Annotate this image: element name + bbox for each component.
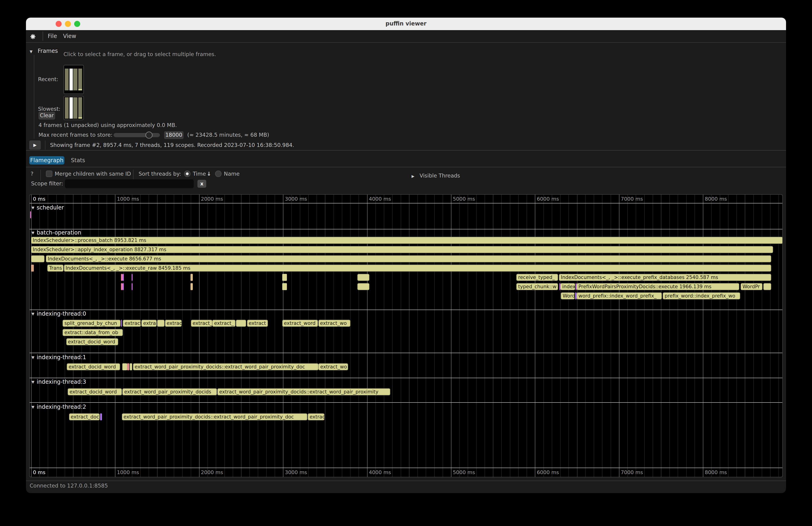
- sort-direction-arrow-icon[interactable]: ↓: [207, 171, 211, 177]
- thread-group-header[interactable]: ▼scheduler: [31, 204, 64, 210]
- thread-group-header[interactable]: ▼indexing-thread:1: [31, 354, 86, 360]
- scope-bar[interactable]: extrac: [165, 320, 182, 327]
- scope-bar[interactable]: [122, 283, 124, 290]
- scope-bar[interactable]: extract_wo: [318, 320, 350, 327]
- scope-bar[interactable]: extract: [123, 320, 141, 327]
- frame-stripe[interactable]: [73, 97, 77, 119]
- scope-bar[interactable]: [122, 363, 127, 370]
- scope-bar[interactable]: typed_chunk::w: [516, 283, 558, 290]
- scope-bar[interactable]: extract_word_pair_proximity_docids::extr…: [217, 388, 390, 395]
- scope-bar[interactable]: [31, 265, 33, 272]
- scope-bar[interactable]: IndexScheduler>::process_batch 8953.821 …: [31, 237, 783, 244]
- scope-bar[interactable]: [31, 255, 44, 262]
- scope-bar[interactable]: word_prefix::index_word_prefix_: [577, 292, 662, 299]
- scope-bar[interactable]: receive_typed_: [516, 274, 558, 281]
- scope-bar[interactable]: [559, 283, 560, 290]
- scope-bar[interactable]: Trans: [47, 265, 63, 272]
- scope-bar[interactable]: [130, 363, 132, 370]
- frame-stripe[interactable]: [73, 69, 77, 90]
- scope-bar[interactable]: extract_word_pair_proximity_docids: [122, 388, 217, 395]
- scope-bar[interactable]: [100, 413, 102, 420]
- frame-stripe[interactable]: [65, 97, 69, 119]
- merge-checkbox[interactable]: [46, 171, 53, 177]
- scope-bar[interactable]: [190, 274, 193, 281]
- play-button[interactable]: ▶: [29, 141, 41, 150]
- frame-stripe[interactable]: [65, 69, 69, 90]
- max-frames-value[interactable]: 18000: [164, 131, 184, 139]
- help-button[interactable]: ?: [31, 171, 33, 177]
- scope-bar[interactable]: index: [560, 283, 575, 290]
- scope-bar[interactable]: [576, 283, 576, 290]
- scope-bar[interactable]: PrefixWordPairsProximityDocids::execute …: [577, 283, 739, 290]
- scope-bar[interactable]: extract::data_from_ob: [62, 329, 122, 336]
- frame-stripe-accent: [78, 89, 82, 90]
- theme-star-icon[interactable]: [30, 33, 36, 39]
- tab-flamegraph[interactable]: Flamegraph: [29, 156, 64, 164]
- scope-bar[interactable]: split_grenad_by_chun: [62, 320, 120, 327]
- scope-bar[interactable]: [127, 363, 129, 370]
- scope-bar[interactable]: [121, 283, 122, 290]
- frames-section-header[interactable]: ▼ Frames: [30, 46, 58, 55]
- frame-stripe[interactable]: [78, 97, 82, 119]
- scope-bar[interactable]: [132, 274, 133, 281]
- sort-time-radio[interactable]: [184, 171, 190, 177]
- sort-name-radio[interactable]: [215, 171, 221, 177]
- scope-bar[interactable]: [121, 320, 122, 327]
- scope-bar[interactable]: extract_docid_word: [67, 363, 120, 370]
- max-frames-slider[interactable]: [114, 133, 160, 137]
- scope-bar[interactable]: [282, 283, 287, 290]
- scope-bar[interactable]: Word: [561, 292, 575, 299]
- frame-stripe[interactable]: [78, 69, 82, 90]
- scope-bar[interactable]: extract_word_pair_proximity_docids::extr…: [122, 413, 307, 420]
- scope-bar[interactable]: [157, 320, 164, 327]
- scope-bar[interactable]: extrac: [308, 413, 324, 420]
- scope-bar[interactable]: extract_doc: [69, 413, 100, 420]
- frame-stripe-selected[interactable]: [69, 97, 73, 119]
- scope-bar[interactable]: extract: [247, 320, 268, 327]
- scope-bar[interactable]: [122, 274, 124, 281]
- scope-bar[interactable]: extract_: [191, 320, 212, 327]
- frame-stripe-selected[interactable]: [69, 69, 73, 90]
- slowest-frame-thumbnail[interactable]: [63, 96, 84, 120]
- scope-bar[interactable]: [132, 283, 133, 290]
- thread-group-header[interactable]: ▼indexing-thread:3: [31, 379, 86, 385]
- scope-bar[interactable]: [357, 283, 369, 290]
- scope-bar[interactable]: [30, 211, 31, 218]
- visible-threads-toggle[interactable]: ▶ Visible Threads: [411, 171, 460, 179]
- axis-tick-bottom: 6000 ms: [537, 469, 559, 476]
- scope-bar[interactable]: WordPr: [741, 283, 763, 290]
- menu-view[interactable]: View: [63, 30, 76, 42]
- tab-stats[interactable]: Stats: [71, 156, 85, 164]
- thread-group-header[interactable]: ▼batch-operation: [31, 230, 81, 236]
- max-frames-slider-knob[interactable]: [146, 132, 153, 138]
- scope-bar[interactable]: [357, 274, 369, 281]
- clear-button[interactable]: Clear: [39, 112, 55, 120]
- scope-bar[interactable]: extract_: [212, 320, 235, 327]
- recent-frame-thumbnail[interactable]: [63, 65, 84, 94]
- scope-bar[interactable]: prefix_word::index_prefix_wo: [663, 292, 740, 299]
- scope-bar[interactable]: extract_word: [282, 320, 318, 327]
- scope-bar[interactable]: [575, 292, 576, 299]
- scope-bar[interactable]: [763, 283, 771, 290]
- scope-bar[interactable]: extract_docid_word: [68, 388, 122, 395]
- scope-bar[interactable]: IndexScheduler>::apply_index_operation 8…: [31, 246, 773, 253]
- scope-bar[interactable]: extract_wo: [318, 363, 348, 370]
- scope-bar[interactable]: extra: [141, 320, 157, 327]
- scope-bar[interactable]: [282, 274, 287, 281]
- scope-bar[interactable]: [121, 274, 122, 281]
- scope-bar[interactable]: IndexDocuments<_, _>::execute_prefix_dat…: [559, 274, 771, 281]
- flamegraph-canvas[interactable]: 0 ms1000 ms2000 ms3000 ms4000 ms5000 ms6…: [29, 194, 783, 477]
- scope-bar[interactable]: [236, 320, 246, 327]
- scope-bar[interactable]: IndexDocuments<_, _>::execute_raw 8459.1…: [64, 265, 771, 272]
- scope-filter-input[interactable]: [65, 179, 194, 188]
- thread-group-header[interactable]: ▼indexing-thread:0: [31, 310, 86, 317]
- scope-bar[interactable]: IndexDocuments<_, _>::execute 8656.677 m…: [46, 255, 771, 262]
- scope-bar[interactable]: [190, 283, 193, 290]
- scope-bar[interactable]: extract_word_pair_proximity_docids::extr…: [133, 363, 318, 370]
- thread-group-header[interactable]: ▼indexing-thread:2: [31, 404, 86, 410]
- scope-bar[interactable]: extract_docid_word: [66, 338, 118, 345]
- scope-filter-clear-button[interactable]: x: [198, 180, 206, 188]
- title-bar[interactable]: puffin viewer: [26, 18, 786, 30]
- screen: puffin viewer File View ▼ Frames Click t…: [0, 0, 812, 526]
- menu-file[interactable]: File: [48, 30, 57, 42]
